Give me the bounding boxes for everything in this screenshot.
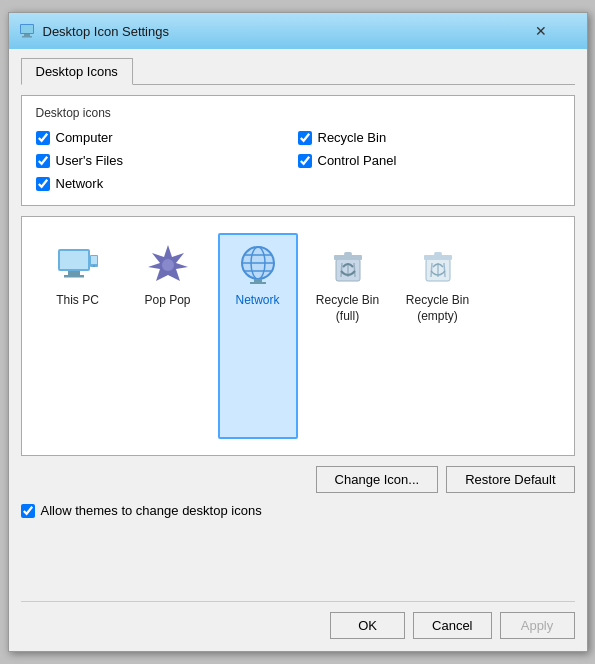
- allow-themes-row: Allow themes to change desktop icons: [21, 503, 575, 518]
- dialog-buttons: OK Cancel Apply: [21, 601, 575, 639]
- svg-rect-1: [21, 25, 33, 33]
- recycle-empty-icon: [414, 241, 462, 289]
- checkbox-controlpanel-label: Control Panel: [318, 153, 397, 168]
- icon-item-this-pc[interactable]: This PC: [38, 233, 118, 439]
- checkbox-computer[interactable]: Computer: [36, 130, 298, 145]
- network-label: Network: [235, 293, 279, 309]
- svg-rect-31: [434, 252, 442, 256]
- network-icon: [234, 241, 282, 289]
- checkbox-computer-input[interactable]: [36, 131, 50, 145]
- checkbox-controlpanel-input[interactable]: [298, 154, 312, 168]
- desktop-icons-label: Desktop icons: [36, 106, 560, 120]
- svg-line-32: [431, 263, 432, 277]
- allow-themes-label: Allow themes to change desktop icons: [41, 503, 262, 518]
- restore-default-button[interactable]: Restore Default: [446, 466, 574, 493]
- icon-item-network[interactable]: Network: [218, 233, 298, 439]
- dialog-body: Desktop Icons Desktop icons Computer Rec…: [9, 49, 587, 651]
- icon-item-recycle-empty[interactable]: Recycle Bin (empty): [398, 233, 478, 439]
- pop-pop-icon: [144, 241, 192, 289]
- svg-line-34: [444, 263, 445, 277]
- svg-point-10: [93, 265, 95, 267]
- icon-grid: This PC Pop Pop: [32, 227, 564, 445]
- svg-rect-9: [91, 256, 97, 264]
- checkbox-network-label: Network: [56, 176, 104, 191]
- tab-desktop-icons[interactable]: Desktop Icons: [21, 58, 133, 85]
- apply-button[interactable]: Apply: [500, 612, 575, 639]
- svg-line-27: [354, 263, 355, 277]
- tab-bar: Desktop Icons: [21, 57, 575, 85]
- checkboxes-grid: Computer Recycle Bin User's Files Contro…: [36, 130, 560, 191]
- checkbox-recyclebin-input[interactable]: [298, 131, 312, 145]
- recycle-empty-label: Recycle Bin (empty): [404, 293, 472, 324]
- dialog-icon: [17, 21, 37, 41]
- dialog-window: Desktop Icon Settings ✕ Desktop Icons De…: [8, 12, 588, 652]
- icon-item-recycle-full[interactable]: Recycle Bin (full): [308, 233, 388, 439]
- checkbox-userfiles[interactable]: User's Files: [36, 153, 298, 168]
- checkbox-computer-label: Computer: [56, 130, 113, 145]
- checkbox-recyclebin-label: Recycle Bin: [318, 130, 387, 145]
- svg-line-25: [341, 263, 342, 277]
- recycle-full-icon: [324, 241, 372, 289]
- checkbox-recyclebin[interactable]: Recycle Bin: [298, 130, 560, 145]
- allow-themes-checkbox[interactable]: [21, 504, 35, 518]
- close-button[interactable]: ✕: [504, 19, 579, 43]
- checkbox-controlpanel[interactable]: Control Panel: [298, 153, 560, 168]
- svg-rect-19: [254, 279, 262, 282]
- svg-rect-5: [60, 251, 88, 269]
- svg-rect-7: [64, 275, 84, 278]
- svg-point-12: [162, 259, 174, 271]
- ok-button[interactable]: OK: [330, 612, 405, 639]
- cancel-button[interactable]: Cancel: [413, 612, 491, 639]
- checkbox-userfiles-label: User's Files: [56, 153, 124, 168]
- icon-item-pop-pop[interactable]: Pop Pop: [128, 233, 208, 439]
- icon-selector-box: This PC Pop Pop: [21, 216, 575, 456]
- pop-pop-label: Pop Pop: [144, 293, 190, 309]
- icon-action-buttons: Change Icon... Restore Default: [21, 466, 575, 493]
- svg-rect-3: [22, 36, 32, 38]
- change-icon-button[interactable]: Change Icon...: [316, 466, 439, 493]
- checkbox-network[interactable]: Network: [36, 176, 298, 191]
- recycle-full-label: Recycle Bin (full): [314, 293, 382, 324]
- svg-rect-6: [68, 271, 80, 275]
- svg-rect-20: [250, 282, 266, 284]
- desktop-icons-section: Desktop icons Computer Recycle Bin User'…: [21, 95, 575, 206]
- title-bar: Desktop Icon Settings ✕: [9, 13, 587, 49]
- svg-rect-24: [344, 252, 352, 256]
- checkbox-network-input[interactable]: [36, 177, 50, 191]
- dialog-title: Desktop Icon Settings: [43, 24, 504, 39]
- this-pc-icon: [54, 241, 102, 289]
- checkbox-userfiles-input[interactable]: [36, 154, 50, 168]
- this-pc-label: This PC: [56, 293, 99, 309]
- svg-rect-2: [24, 34, 30, 36]
